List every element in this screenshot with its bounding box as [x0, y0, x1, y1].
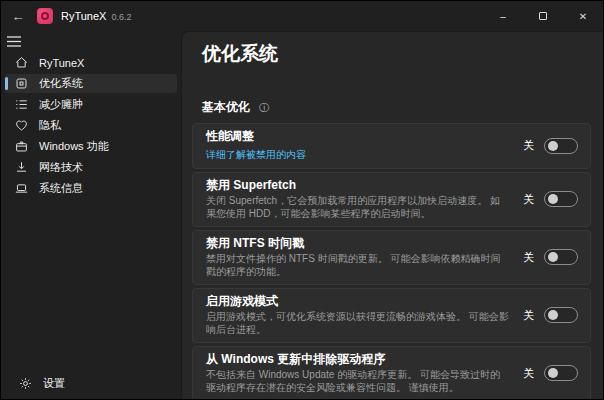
sidebar: RyTuneX优化系统减少臃肿隐私Windows 功能网络技术系统信息 设置	[1, 31, 181, 399]
setting-text: 从 Windows 更新中排除驱动程序不包括来自 Windows Update …	[206, 352, 523, 394]
setting-card: 性能调整详细了解被禁用的内容关	[192, 123, 591, 169]
section-header: 基本优化ⓘ	[202, 99, 591, 116]
close-icon: ✕	[579, 11, 587, 22]
toggle-state-label: 关	[523, 138, 534, 153]
setting-description: 启用游戏模式，可优化系统资源以获得更流畅的游戏体验。 可能会影响后台进程。	[206, 310, 509, 336]
maximize-icon	[539, 12, 547, 20]
sidebar-item-label: 减少臃肿	[39, 97, 83, 112]
back-button[interactable]: ←	[1, 1, 35, 31]
setting-title: 从 Windows 更新中排除驱动程序	[206, 352, 509, 367]
toggle-switch[interactable]	[544, 191, 578, 207]
setting-title: 禁用 Superfetch	[206, 178, 509, 193]
main-content: 优化系统 基本优化ⓘ性能调整详细了解被禁用的内容关禁用 Superfetch关闭…	[181, 31, 603, 399]
setting-card: 启用游戏模式启用游戏模式，可优化系统资源以获得更流畅的游戏体验。 可能会影响后台…	[192, 288, 591, 343]
toggle-knob	[548, 141, 558, 151]
optimize-icon	[14, 77, 28, 91]
gear-icon	[18, 377, 32, 391]
toggle-switch[interactable]	[544, 365, 578, 381]
setting-card: 禁用 NTFS 时间戳禁用对文件操作的 NTFS 时间戳的更新。 可能会影响依赖…	[192, 230, 591, 285]
maximize-button[interactable]	[523, 1, 563, 31]
app-title: RyTuneX	[61, 10, 106, 22]
sidebar-item-label: Windows 功能	[39, 139, 109, 154]
info-icon[interactable]: ⓘ	[259, 103, 269, 113]
sidebar-footer: 设置	[5, 373, 177, 394]
setting-text: 禁用 Superfetch关闭 Superfetch，它会预加载常用的应用程序以…	[206, 178, 523, 220]
toggle-state-label: 关	[523, 250, 534, 265]
section-title: 基本优化	[202, 99, 250, 116]
sidebar-item-privacy[interactable]: 隐私	[5, 116, 177, 135]
laptop-icon	[14, 182, 28, 196]
titlebar: ← RyTuneX 0.6.2 – ✕	[1, 1, 603, 31]
setting-text: 性能调整详细了解被禁用的内容	[206, 129, 523, 162]
toggle-control: 关	[523, 307, 578, 323]
setting-description: 禁用对文件操作的 NTFS 时间戳的更新。 可能会影响依赖精确时间戳的程序的功能…	[206, 252, 509, 278]
sidebar-item-sysinfo[interactable]: 系统信息	[5, 179, 177, 198]
sidebar-item-label: 系统信息	[39, 181, 83, 196]
toggle-state-label: 关	[523, 192, 534, 207]
toggle-knob	[548, 252, 558, 262]
back-arrow-icon: ←	[12, 9, 25, 24]
page-title: 优化系统	[202, 42, 591, 66]
sidebar-item-optimize[interactable]: 优化系统	[5, 74, 177, 93]
selected-indicator	[5, 77, 8, 90]
download-icon	[14, 161, 28, 175]
toggle-control: 关	[523, 138, 578, 154]
home-icon	[14, 56, 28, 70]
sidebar-item-label: RyTuneX	[39, 57, 84, 69]
setting-text: 启用游戏模式启用游戏模式，可优化系统资源以获得更流畅的游戏体验。 可能会影响后台…	[206, 294, 523, 336]
learn-more-link[interactable]: 详细了解被禁用的内容	[206, 148, 306, 161]
setting-title: 启用游戏模式	[206, 294, 509, 309]
setting-card: 禁用 Superfetch关闭 Superfetch，它会预加载常用的应用程序以…	[192, 172, 591, 227]
sidebar-nav: RyTuneX优化系统减少臃肿隐私Windows 功能网络技术系统信息	[1, 52, 181, 199]
setting-title: 性能调整	[206, 129, 509, 144]
setting-text: 禁用 NTFS 时间戳禁用对文件操作的 NTFS 时间戳的更新。 可能会影响依赖…	[206, 236, 523, 278]
toggle-switch[interactable]	[544, 249, 578, 265]
toggle-knob	[548, 310, 558, 320]
minimize-icon: –	[500, 11, 506, 22]
sidebar-item-settings[interactable]: 设置	[9, 374, 173, 393]
sidebar-item-label: 隐私	[39, 118, 61, 133]
package-icon	[14, 140, 28, 154]
setting-title: 禁用 NTFS 时间戳	[206, 236, 509, 251]
toggle-knob	[548, 194, 558, 204]
sidebar-item-features[interactable]: Windows 功能	[5, 137, 177, 156]
toggle-control: 关	[523, 365, 578, 381]
hamburger-icon	[7, 36, 21, 47]
toggle-switch[interactable]	[544, 307, 578, 323]
sidebar-item-label: 设置	[43, 376, 65, 391]
minimize-button[interactable]: –	[483, 1, 523, 31]
toggle-knob	[548, 368, 558, 378]
setting-description: 关闭 Superfetch，它会预加载常用的应用程序以加快启动速度。 如果您使用…	[206, 194, 509, 220]
sidebar-item-label: 网络技术	[39, 160, 83, 175]
app-logo-icon	[37, 8, 53, 24]
sidebar-item-label: 优化系统	[39, 76, 83, 91]
sidebar-item-debloat[interactable]: 减少臃肿	[5, 95, 177, 114]
toggle-control: 关	[523, 191, 578, 207]
debloat-list-icon	[14, 98, 28, 112]
toggle-state-label: 关	[523, 308, 534, 323]
sidebar-item-home[interactable]: RyTuneX	[5, 53, 177, 72]
toggle-state-label: 关	[523, 366, 534, 381]
toggle-switch[interactable]	[544, 138, 578, 154]
settings-section: 基本优化ⓘ性能调整详细了解被禁用的内容关禁用 Superfetch关闭 Supe…	[192, 99, 591, 399]
close-button[interactable]: ✕	[563, 1, 603, 31]
toggle-control: 关	[523, 249, 578, 265]
heart-icon	[14, 119, 28, 133]
setting-card: 从 Windows 更新中排除驱动程序不包括来自 Windows Update …	[192, 346, 591, 399]
nav-menu-button[interactable]	[7, 32, 41, 50]
setting-description: 不包括来自 Windows Update 的驱动程序更新。 可能会导致过时的驱动…	[206, 368, 509, 394]
app-version: 0.6.2	[111, 11, 131, 22]
sidebar-item-network[interactable]: 网络技术	[5, 158, 177, 177]
